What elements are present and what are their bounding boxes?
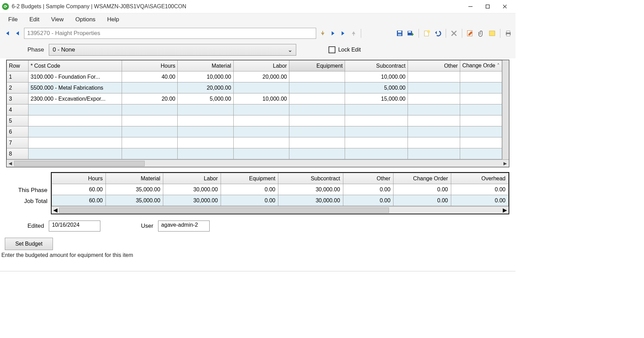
next-record-button[interactable] <box>329 30 337 37</box>
menu-file[interactable]: File <box>3 14 22 25</box>
cell-material[interactable] <box>178 137 233 148</box>
summary-col[interactable]: Material <box>106 173 163 184</box>
menu-options[interactable]: Options <box>70 14 100 25</box>
cell-labor[interactable] <box>233 115 289 126</box>
table-row[interactable]: 6 <box>7 126 502 137</box>
horizontal-scrollbar[interactable]: ◀ ▶ <box>7 159 509 167</box>
cell-hours[interactable] <box>122 82 177 93</box>
cell-costcode[interactable]: 3100.000 - Foundation For... <box>28 71 122 82</box>
new-icon[interactable] <box>423 30 431 37</box>
cell-hours[interactable] <box>122 115 177 126</box>
row-number[interactable]: 2 <box>7 82 29 93</box>
cell-subcontract[interactable]: 5,000.00 <box>345 82 408 93</box>
cell-hours[interactable] <box>122 104 177 115</box>
cell-hours[interactable]: 20.00 <box>122 93 177 104</box>
cell-material[interactable]: 10,000.00 <box>178 71 233 82</box>
col-labor[interactable]: Labor <box>233 60 289 71</box>
record-search-input[interactable] <box>24 28 316 39</box>
summary-col[interactable]: Equipment <box>221 173 278 184</box>
cell-costcode[interactable] <box>28 148 122 159</box>
table-row[interactable]: 4 <box>7 104 502 115</box>
cell-costcode[interactable] <box>28 115 122 126</box>
table-row[interactable]: 8 <box>7 148 502 159</box>
summary-col[interactable]: Subcontract <box>278 173 343 184</box>
summary-col[interactable]: Labor <box>163 173 221 184</box>
save-as-icon[interactable] <box>407 30 414 37</box>
phase-dropdown[interactable]: 0 - None ⌄ <box>49 44 296 56</box>
cell-changeorder[interactable] <box>460 93 502 104</box>
cell-subcontract[interactable] <box>345 126 408 137</box>
cell-labor[interactable] <box>233 82 289 93</box>
delete-icon[interactable] <box>450 30 458 37</box>
cell-labor[interactable] <box>233 126 289 137</box>
col-equipment[interactable]: Equipment <box>289 60 345 71</box>
cell-labor[interactable]: 10,000.00 <box>233 93 289 104</box>
table-row[interactable]: 7 <box>7 137 502 148</box>
cell-hours[interactable] <box>122 137 177 148</box>
lookup-down-button[interactable] <box>319 30 326 37</box>
last-record-button[interactable] <box>340 30 347 37</box>
col-other[interactable]: Other <box>408 60 460 71</box>
user-field[interactable]: agave-admin-2 <box>158 221 210 232</box>
edit-icon[interactable] <box>466 30 474 37</box>
cell-subcontract[interactable] <box>345 104 408 115</box>
scroll-thumb[interactable] <box>14 161 145 166</box>
menu-view[interactable]: View <box>46 14 69 25</box>
scroll-left-icon[interactable]: ◀ <box>7 161 14 166</box>
cell-other[interactable] <box>408 115 460 126</box>
cell-other[interactable] <box>408 137 460 148</box>
scroll-right-icon[interactable]: ▶ <box>501 207 509 213</box>
cell-equipment[interactable] <box>289 93 345 104</box>
cell-equipment[interactable] <box>289 82 345 93</box>
cell-material[interactable] <box>178 104 233 115</box>
cell-labor[interactable] <box>233 148 289 159</box>
first-record-button[interactable] <box>3 30 11 37</box>
cell-equipment[interactable] <box>289 104 345 115</box>
summary-col[interactable]: Change Order <box>393 173 451 184</box>
row-number[interactable]: 7 <box>7 137 29 148</box>
scroll-left-icon[interactable]: ◀ <box>52 207 59 213</box>
cell-equipment[interactable] <box>289 71 345 82</box>
scroll-right-icon[interactable]: ▶ <box>501 161 509 166</box>
save-icon[interactable] <box>396 30 403 37</box>
cell-subcontract[interactable] <box>345 148 408 159</box>
print-icon[interactable] <box>504 30 512 37</box>
vertical-scrollbar[interactable] <box>502 60 509 159</box>
cell-other[interactable] <box>408 104 460 115</box>
cell-changeorder[interactable] <box>460 82 502 93</box>
summary-horizontal-scrollbar[interactable]: ◀ ▶ <box>52 206 509 214</box>
cell-hours[interactable] <box>122 126 177 137</box>
col-subcontract[interactable]: Subcontract <box>345 60 408 71</box>
undo-icon[interactable] <box>434 30 442 37</box>
menu-edit[interactable]: Edit <box>24 14 44 25</box>
lock-edit-checkbox[interactable] <box>329 46 335 53</box>
cell-costcode[interactable]: 5500.000 - Metal Fabrications <box>28 82 122 93</box>
cell-other[interactable] <box>408 126 460 137</box>
scroll-thumb[interactable] <box>59 207 389 213</box>
cell-other[interactable] <box>408 93 460 104</box>
cell-hours[interactable]: 40.00 <box>122 71 177 82</box>
cell-material[interactable] <box>178 126 233 137</box>
row-number[interactable]: 8 <box>7 148 29 159</box>
cell-labor[interactable] <box>233 137 289 148</box>
attachment-icon[interactable] <box>477 30 485 37</box>
cell-subcontract[interactable] <box>345 115 408 126</box>
maximize-button[interactable] <box>479 1 496 12</box>
note-icon[interactable] <box>488 30 496 37</box>
cell-changeorder[interactable] <box>460 126 502 137</box>
cell-hours[interactable] <box>122 148 177 159</box>
col-row[interactable]: Row <box>7 60 29 71</box>
cell-material[interactable] <box>178 148 233 159</box>
col-hours[interactable]: Hours <box>122 60 177 71</box>
menu-help[interactable]: Help <box>102 14 124 25</box>
cell-changeorder[interactable] <box>460 115 502 126</box>
cell-costcode[interactable]: 2300.000 - Excavation/Expor... <box>28 93 122 104</box>
col-costcode[interactable]: * Cost Code <box>28 60 122 71</box>
col-material[interactable]: Material <box>178 60 233 71</box>
cell-changeorder[interactable] <box>460 104 502 115</box>
table-row[interactable]: 32300.000 - Excavation/Expor...20.005,00… <box>7 93 502 104</box>
cell-equipment[interactable] <box>289 148 345 159</box>
summary-col[interactable]: Hours <box>52 173 106 184</box>
cell-equipment[interactable] <box>289 115 345 126</box>
cell-other[interactable] <box>408 82 460 93</box>
